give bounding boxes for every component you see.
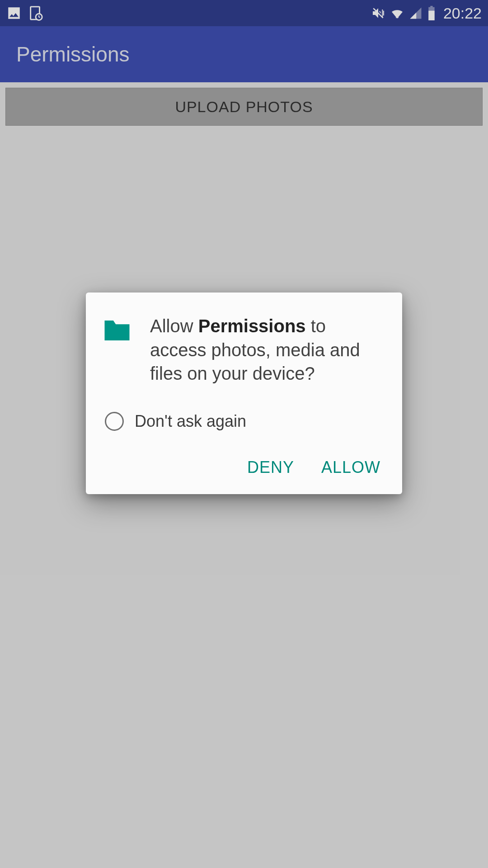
checkbox-indicator (105, 412, 124, 431)
dialog-actions: DENY ALLOW (102, 455, 386, 480)
dont-ask-again-checkbox[interactable]: Don't ask again (105, 412, 386, 431)
folder-icon (102, 318, 132, 343)
deny-button[interactable]: DENY (246, 455, 295, 480)
allow-button[interactable]: ALLOW (320, 455, 381, 480)
dialog-header: Allow Permissions to access photos, medi… (102, 314, 386, 386)
dialog-app-name: Permissions (198, 316, 306, 336)
dialog-message: Allow Permissions to access photos, medi… (150, 314, 386, 386)
permission-dialog: Allow Permissions to access photos, medi… (86, 292, 402, 494)
dont-ask-again-label: Don't ask again (135, 412, 246, 431)
dialog-text-prefix: Allow (150, 316, 198, 336)
dialog-scrim[interactable]: Allow Permissions to access photos, medi… (0, 0, 488, 868)
